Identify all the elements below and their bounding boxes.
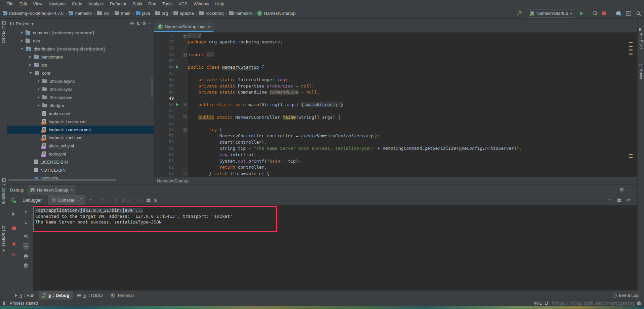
breadcrumb-item[interactable]: apache› [173, 11, 199, 16]
tree-item-tools.yml[interactable]: YMLtools.yml [7, 150, 154, 158]
tree-expand-arrow[interactable] [21, 48, 24, 50]
tree-expand-arrow[interactable] [29, 72, 32, 74]
clear-all-icon[interactable] [24, 263, 28, 268]
editor-tab[interactable]: C NamesrvStartup.java × [154, 22, 213, 32]
code-line-44[interactable]: 44public class NamesrvStartup { [154, 64, 637, 70]
code-line-43[interactable]: 43 [154, 58, 637, 64]
tree-expand-arrow[interactable] [29, 56, 31, 58]
tree-item-logback-namesrv.xml[interactable]: <>logback_namesrv.xml [7, 126, 154, 134]
menu-item-navigate[interactable]: Navigate [45, 1, 69, 6]
sidebar-item-structure[interactable]: 7: Structure [0, 178, 7, 204]
code-line-1[interactable]: 1+/.../ [154, 33, 637, 39]
chevron-down-icon[interactable] [31, 21, 33, 26]
mute-breakpoints-icon[interactable] [12, 251, 16, 258]
debug-session-tab[interactable]: NamesrvStartup × [27, 185, 77, 195]
drop-frame-icon[interactable] [129, 198, 132, 203]
code-line-18[interactable]: 18 [154, 45, 637, 52]
code-area[interactable]: 1+/.../17package org.apache.rocketmq.nam… [154, 33, 637, 177]
menu-item-tools[interactable]: Tools [159, 1, 175, 6]
run-configuration-select[interactable]: NamesrvStartup [527, 9, 575, 18]
debug-console[interactable]: /opt/application/jdk1.8.0_11/bin/java ..… [33, 205, 637, 290]
tree-item-notice-bin[interactable]: NOTICE-BIN [7, 166, 154, 174]
code-line-56[interactable]: 56− try { [154, 127, 637, 133]
caret-position[interactable]: 49:1 [534, 301, 542, 306]
toolwindow-tab-terminal[interactable]: Terminal [107, 291, 137, 300]
lock-icon[interactable] [637, 302, 641, 305]
gear-icon[interactable] [142, 21, 146, 27]
help-icon[interactable]: ⟳ [627, 198, 631, 203]
restore-layout-icon[interactable] [617, 197, 621, 203]
code-line-53[interactable]: 53 [154, 108, 637, 114]
breadcrumb-item[interactable]: src› [97, 11, 115, 16]
next-occurrence-icon[interactable] [24, 220, 28, 225]
toolwindow-tab-todo[interactable]: 6: TODO [74, 291, 106, 300]
sidebar-item-ant-build[interactable]: Ant Build [637, 28, 644, 49]
project-panel-title[interactable]: Project [16, 21, 29, 26]
tree-expand-arrow[interactable] [21, 39, 23, 42]
code-line-50[interactable]: 50+ public static void main(String[] arg… [154, 102, 637, 108]
code-line-54[interactable]: 54− public static NamesrvController main… [154, 114, 637, 121]
tree-item-benchmark[interactable]: benchmark [7, 53, 154, 61]
step-out-icon[interactable] [122, 197, 126, 203]
hide-panel-icon[interactable] [149, 21, 151, 26]
code-line-58[interactable]: 58 start(controller); [154, 139, 637, 145]
tree-expand-arrow[interactable] [38, 96, 40, 99]
scroll-to-end-icon[interactable] [23, 243, 29, 249]
menu-item-build[interactable]: Build [129, 1, 145, 6]
fold-toggle-icon[interactable]: + [183, 53, 187, 57]
code-line-59[interactable]: 59 String tip = "The Name Server boot su… [154, 145, 637, 152]
sidebar-item-favorites[interactable]: 2: Favorites [0, 226, 7, 253]
close-icon[interactable]: × [71, 188, 73, 192]
collapse-all-icon[interactable] [136, 21, 140, 26]
breadcrumb-item[interactable]: rocketmq-rocketmq-all-4.7.0› [3, 11, 69, 16]
tree-item-broker.conf[interactable]: broker.conf [7, 109, 154, 117]
toolwindow-tab-debug[interactable]: 5: Debug [39, 291, 73, 300]
step-into-icon[interactable] [107, 197, 111, 203]
fold-toggle-icon[interactable]: + [183, 103, 187, 106]
tree-item-2m-noslave[interactable]: 2m-noslave [7, 93, 154, 101]
run-gutter-icon[interactable] [176, 65, 179, 69]
layout-menu-icon[interactable] [607, 197, 612, 203]
tree-item-logback-tools.xml[interactable]: <>logback_tools.xml [7, 134, 154, 142]
run-gutter-icon[interactable] [176, 103, 179, 106]
code-line-46[interactable]: 46 private static InternalLogger log; [154, 76, 637, 83]
tree-item-distribution[interactable]: distribution[rocketmq-distribution] [7, 45, 154, 53]
menu-item-analyze[interactable]: Analyze [85, 1, 107, 6]
tree-expand-arrow[interactable] [38, 104, 40, 107]
menu-item-edit[interactable]: Edit [16, 1, 30, 6]
code-line-19[interactable]: 19+import ... [154, 52, 637, 58]
tree-item-2m-2s-async[interactable]: 2m-2s-async [7, 77, 154, 85]
code-line-55[interactable]: 55 [154, 120, 637, 127]
menu-item-code[interactable]: Code [69, 1, 85, 6]
toolwindow-tab-run[interactable]: 4: Run [11, 291, 38, 300]
coverage-button[interactable] [593, 11, 598, 16]
run-anything-icon[interactable] [626, 11, 631, 16]
tree-vertical-scrollbar[interactable] [151, 77, 153, 98]
tree-expand-arrow[interactable] [38, 88, 40, 91]
event-log-button[interactable]: Event Log [613, 293, 644, 298]
evaluate-expression-icon[interactable] [146, 197, 151, 203]
menu-item-window[interactable]: Window [191, 1, 212, 6]
breadcrumb-item[interactable]: namesrv› [69, 11, 97, 16]
tab-console[interactable]: Console → [48, 195, 85, 205]
menu-item-help[interactable]: Help [212, 1, 227, 6]
fold-toggle-icon[interactable]: − [183, 172, 187, 175]
code-line-62[interactable]: 62 return controller; [154, 164, 637, 170]
tab-debugger[interactable]: Debugger [19, 195, 45, 205]
view-breakpoints-icon[interactable] [12, 241, 15, 246]
stop-button[interactable] [602, 11, 606, 15]
tree-item-license-bin[interactable]: LICENSE-BIN [7, 158, 154, 166]
code-line-61[interactable]: 61 System.out.printf("%s%n", tip); [154, 158, 637, 164]
tree-item-bin[interactable]: bin [7, 61, 154, 69]
tool-window-toggle-icon[interactable] [3, 302, 7, 305]
tree-expand-arrow[interactable] [21, 31, 23, 34]
tree-item-dledger[interactable]: dledger [7, 101, 154, 109]
code-line-17[interactable]: 17package org.apache.rocketmq.namesrv; [154, 39, 637, 45]
menu-item-refactor[interactable]: Refactor [107, 1, 129, 6]
print-icon[interactable] [24, 254, 28, 259]
tree-item-logback-broker.xml[interactable]: <>logback_broker.xml [7, 117, 154, 126]
search-everywhere-icon[interactable] [636, 11, 641, 16]
tree-expand-arrow[interactable] [29, 64, 31, 66]
code-line-45[interactable]: 45 [154, 70, 637, 77]
changes-icon[interactable] [616, 11, 621, 16]
